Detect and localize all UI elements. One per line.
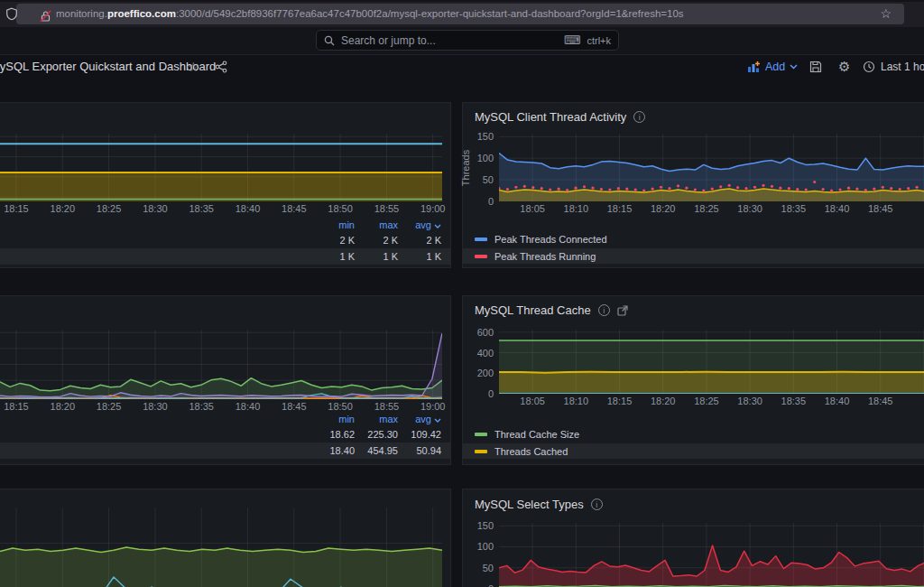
- x-axis-label: 18:05: [520, 203, 545, 214]
- stats-header-max[interactable]: max: [355, 219, 398, 230]
- row3-left-chart[interactable]: [0, 508, 442, 587]
- y-axis-label: 150: [477, 131, 494, 142]
- peak-threads-running-points: [788, 187, 790, 190]
- browser-address-bar: monitoring.proeffico.com:3000/d/549c2bf8…: [0, 0, 924, 28]
- panel-title[interactable]: MySQL Thread Cache i: [475, 303, 628, 317]
- sort-caret-icon: [434, 224, 441, 228]
- legend-swatch: [475, 238, 487, 241]
- info-icon[interactable]: i: [598, 304, 610, 316]
- panel-client-thread-activity: MySQL Client Thread Activity i Threads 1…: [462, 102, 924, 268]
- stats-value: 1 K: [398, 251, 441, 262]
- client-thread-activity-chart[interactable]: [499, 134, 924, 201]
- dashboard-title[interactable]: MySQL Exporter Quickstart and Dashboard: [0, 54, 216, 79]
- x-axis-label: 18:25: [97, 203, 122, 214]
- stats-value: 2 K: [355, 235, 398, 246]
- stats-header-avg[interactable]: avg: [398, 414, 441, 424]
- insecure-lock-icon[interactable]: [40, 10, 51, 26]
- time-range-label[interactable]: Last 1 hour: [881, 54, 924, 79]
- y-axis-label: 50: [483, 174, 494, 185]
- stats-header-avg[interactable]: avg: [398, 219, 441, 230]
- x-axis-label: 18:20: [651, 203, 676, 214]
- external-link-icon[interactable]: [617, 305, 628, 316]
- peak-threads-running-points: [642, 189, 645, 191]
- x-axis-label: 18:55: [374, 401, 400, 412]
- url-text[interactable]: monitoring.proeffico.com:3000/d/549c2bf8…: [56, 4, 868, 24]
- stats-header-min[interactable]: min: [311, 219, 355, 230]
- row2-left-chart[interactable]: [0, 330, 442, 399]
- peak-threads-running-points: [796, 188, 799, 191]
- screen: monitoring.proeffico.com:3000/d/549c2bf8…: [0, 0, 924, 587]
- panel-title[interactable]: MySQL Select Types i: [475, 498, 603, 511]
- peak-threads-running-points: [907, 187, 910, 190]
- y-axis-label: 0: [488, 583, 494, 587]
- stats-value: 2 K: [311, 235, 355, 246]
- y-axis-label: 100: [477, 153, 494, 163]
- stats-header-max[interactable]: max: [355, 414, 398, 424]
- add-panel-button[interactable]: Add: [747, 54, 798, 79]
- legend-item[interactable]: Peak Threads Connected: [463, 231, 924, 247]
- y-axis-label: 0: [488, 388, 494, 399]
- gear-icon[interactable]: ⚙: [838, 54, 850, 79]
- y-axis: 150100500: [468, 523, 494, 587]
- x-axis-label: 18:10: [564, 396, 589, 406]
- stats-header-min[interactable]: min: [311, 414, 355, 424]
- peak-threads-running-points: [830, 189, 833, 191]
- green-plateau-line-fill: [0, 547, 442, 587]
- row2-left-legend-stats: minmaxavg18.62225.30109.4218.40454.9550.…: [0, 412, 450, 459]
- peak-threads-running-points: [558, 188, 560, 191]
- stats-row[interactable]: 1 K1 K1 K: [0, 248, 450, 265]
- x-axis-label: 19:00: [420, 203, 446, 214]
- legend-item[interactable]: Thread Cache Size: [463, 426, 924, 442]
- url-field[interactable]: monitoring.proeffico.com:3000/d/549c2bf8…: [16, 4, 904, 24]
- peak-threads-running-points: [728, 184, 731, 187]
- peak-threads-running-points: [762, 184, 764, 187]
- panel-title-text: MySQL Thread Cache: [475, 303, 591, 317]
- shortcut-hint: ctrl+k: [587, 35, 611, 46]
- peak-threads-running-points: [702, 189, 705, 191]
- panel-title[interactable]: MySQL Client Thread Activity i: [475, 110, 645, 124]
- stats-row[interactable]: 18.40454.9550.94: [0, 443, 450, 459]
- legend-label: Peak Threads Running: [494, 251, 596, 262]
- x-axis-label: 18:20: [651, 396, 676, 406]
- y-axis-label: 600: [477, 327, 494, 338]
- clock-icon[interactable]: [863, 54, 875, 79]
- share-icon[interactable]: [215, 54, 227, 79]
- search-input[interactable]: Search or jump to... ⌨ ctrl+k: [316, 30, 619, 51]
- select-types-chart[interactable]: [499, 523, 924, 587]
- favorite-star-icon[interactable]: ☆: [188, 54, 199, 79]
- peak-threads-running-points: [813, 181, 816, 183]
- legend-label: Thread Cache Size: [494, 429, 579, 440]
- y-axis-label: 200: [477, 368, 494, 378]
- legend-item[interactable]: Peak Threads Running: [463, 248, 924, 264]
- info-icon[interactable]: i: [591, 498, 603, 510]
- thread-cache-chart[interactable]: [499, 330, 924, 394]
- row1-left-legend-stats: minmaxavg2 K2 K2 K1 K1 K1 K: [0, 218, 450, 265]
- row1-left-chart[interactable]: [0, 134, 442, 201]
- peak-threads-running-points: [771, 185, 773, 188]
- shield-icon[interactable]: [5, 7, 18, 24]
- max-connections-line-fill: [0, 172, 442, 201]
- stats-row[interactable]: 18.62225.30109.42: [0, 426, 450, 443]
- y-axis-label: 0: [488, 196, 494, 207]
- dashboard-header: MySQL Exporter Quickstart and Dashboard …: [0, 54, 924, 79]
- legend: Peak Threads ConnectedPeak Threads Runni…: [463, 231, 924, 266]
- peak-threads-running-points: [719, 185, 722, 188]
- x-axis-label: 18:35: [781, 203, 807, 214]
- peak-threads-running-points: [506, 188, 509, 191]
- peak-threads-running-points: [847, 187, 850, 190]
- x-axis-label: 18:25: [694, 203, 719, 214]
- legend-item[interactable]: Threads Cached: [463, 443, 924, 459]
- peak-threads-running-points: [566, 189, 568, 191]
- save-dashboard-icon[interactable]: [809, 54, 822, 79]
- legend-swatch: [475, 255, 487, 258]
- peak-threads-running-points: [855, 188, 858, 191]
- stats-header-row: minmaxavg: [0, 218, 450, 232]
- info-icon[interactable]: i: [633, 111, 645, 123]
- x-axis-label: 19:00: [420, 401, 446, 412]
- bookmark-star-icon[interactable]: ☆: [880, 4, 892, 24]
- panel-title-text: MySQL Select Types: [475, 498, 584, 511]
- stats-row[interactable]: 2 K2 K2 K: [0, 232, 450, 248]
- legend-label: Peak Threads Connected: [494, 234, 607, 245]
- peak-threads-running-points: [864, 189, 867, 191]
- x-axis-label: 18:25: [97, 401, 122, 412]
